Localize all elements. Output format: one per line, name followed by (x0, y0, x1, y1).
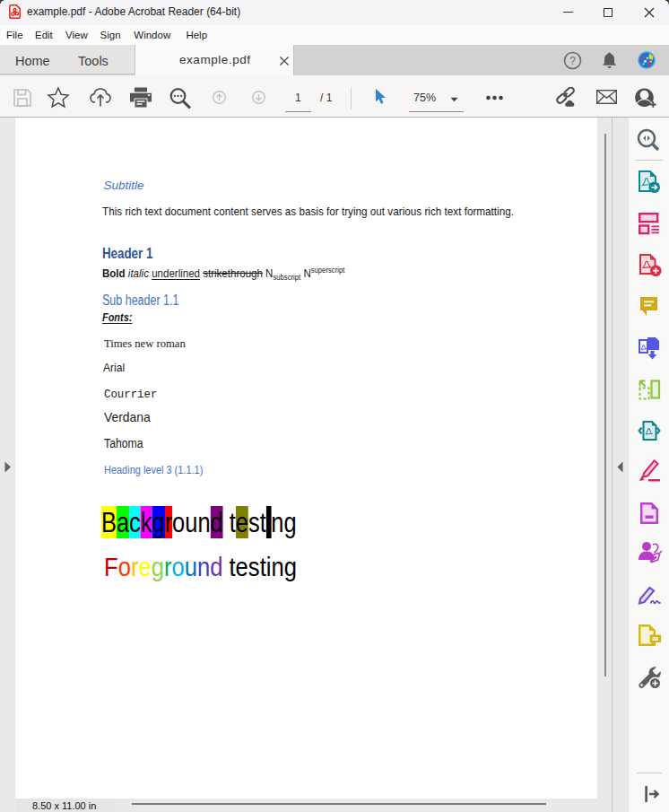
svg-text:?: ? (569, 55, 576, 67)
